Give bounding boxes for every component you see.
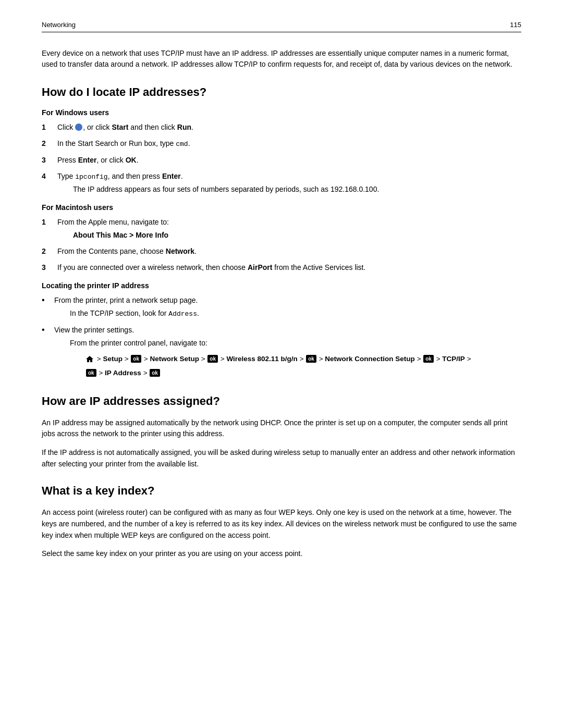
intro-paragraph: Every device on a network that uses TCP/… <box>42 48 521 70</box>
step-4-subtext: The IP address appears as four sets of n… <box>73 184 521 195</box>
mac-step-num-3: 3 <box>42 262 54 273</box>
page: Networking 115 Every device on a network… <box>0 0 563 606</box>
windows-subheading: For Windows users <box>42 108 521 117</box>
printer-bullet-2-content: View the printer settings. From the prin… <box>54 325 521 380</box>
nav-setup: Setup <box>103 355 123 363</box>
about-this-mac-bold: About This Mac > More Info <box>73 231 168 239</box>
nav-separator-4: > <box>201 355 207 363</box>
windows-step-2: 2 In the Start Search or Run box, type c… <box>42 138 521 150</box>
nav-separator-10: > <box>467 355 471 363</box>
mac-nav-path: About This Mac > More Info <box>73 230 521 241</box>
nav-network-setup: Network Setup <box>150 355 199 363</box>
nav-separator-6: > <box>300 355 306 363</box>
page-header: Networking 115 <box>42 21 521 32</box>
address-code: Address <box>168 310 197 318</box>
mac-step-3: 3 If you are connected over a wireless n… <box>42 262 521 273</box>
nav-separator-3: > <box>144 355 150 363</box>
section1-heading: How do I locate IP addresses? <box>42 85 521 99</box>
windows-step-4-content: Type ipconfig, and then press Enter. The… <box>57 171 521 195</box>
nav-separator-5: > <box>221 355 227 363</box>
windows-step-1: 1 Click , or click Start and then click … <box>42 122 521 133</box>
ok-badge-4: ok <box>423 355 434 363</box>
printer-bullets-list: • From the printer, print a network setu… <box>42 295 521 380</box>
header-page-number: 115 <box>510 21 521 29</box>
printer-ip-subsection: Locating the printer IP address • From t… <box>42 281 521 380</box>
ok-badge-6: ok <box>150 369 160 377</box>
mac-step-1-content: From the Apple menu, navigate to: About … <box>57 217 521 241</box>
bullet-icon-2: • <box>42 325 52 336</box>
nav-separator-8: > <box>417 355 423 363</box>
windows-step-2-content: In the Start Search or Run box, type cmd… <box>57 138 521 150</box>
printer-bullet-1-sub: In the TCP/IP section, look for Address. <box>70 308 521 319</box>
section2-para-2: If the IP address is not automatically a… <box>42 447 521 470</box>
printer-bullet-2-sub: From the printer control panel, navigate… <box>70 338 521 380</box>
bullet-icon-1: • <box>42 295 52 306</box>
section-locate-ip: How do I locate IP addresses? For Window… <box>42 85 521 380</box>
step-num-1: 1 <box>42 122 54 133</box>
windows-orb-icon <box>75 124 82 131</box>
printer-ip-subheading: Locating the printer IP address <box>42 281 521 290</box>
network-bold: Network <box>166 247 194 255</box>
mac-steps-list: 1 From the Apple menu, navigate to: Abou… <box>42 217 521 273</box>
ok-badge-2: ok <box>207 355 218 363</box>
mac-step-num-2: 2 <box>42 246 54 257</box>
mac-step-num-1: 1 <box>42 217 54 228</box>
section2-heading: How are IP addresses assigned? <box>42 394 521 408</box>
ok-badge-3: ok <box>306 355 316 363</box>
nav-separator-1: > <box>97 355 103 363</box>
printer-bullet-1-content: From the printer, print a network setup … <box>54 295 521 319</box>
nav-tcpip: TCP/IP <box>442 355 465 363</box>
airport-bold: AirPort <box>248 263 272 272</box>
windows-step-4: 4 Type ipconfig, and then press Enter. T… <box>42 171 521 195</box>
printer-bullet-2: • View the printer settings. From the pr… <box>42 325 521 380</box>
section-key-index: What is a key index? An access point (wi… <box>42 484 521 560</box>
nav-separator-12: > <box>143 369 150 377</box>
nav-wireless: Wireless 802.11 b/g/n <box>226 355 297 363</box>
home-icon <box>85 355 94 363</box>
section3-heading: What is a key index? <box>42 484 521 498</box>
section-ip-assigned: How are IP addresses assigned? An IP add… <box>42 394 521 470</box>
header-title: Networking <box>42 21 76 29</box>
mac-subsection: For Macintosh users 1 From the Apple men… <box>42 203 521 273</box>
nav-separator-7: > <box>319 355 325 363</box>
ok-badge-1: ok <box>131 355 141 363</box>
step-num-4: 4 <box>42 171 54 182</box>
run-bold: Run <box>177 123 191 131</box>
section3-para-2: Select the same key index on your printe… <box>42 548 521 560</box>
cmd-code: cmd <box>176 140 188 148</box>
step-num-2: 2 <box>42 138 54 149</box>
step-num-3: 3 <box>42 155 54 166</box>
section3-para-1: An access point (wireless router) can be… <box>42 507 521 541</box>
start-bold: Start <box>112 123 128 131</box>
windows-steps-list: 1 Click , or click Start and then click … <box>42 122 521 195</box>
section2-para-1: An IP address may be assigned automatica… <box>42 417 521 440</box>
ok-badge-5: ok <box>86 369 96 377</box>
windows-step-1-content: Click , or click Start and then click Ru… <box>57 122 521 133</box>
ipconfig-code: ipconfig <box>75 173 107 181</box>
printer-bullet-1: • From the printer, print a network setu… <box>42 295 521 319</box>
mac-step-2: 2 From the Contents pane, choose Network… <box>42 246 521 257</box>
nav-separator-2: > <box>125 355 131 363</box>
nav-separator-11: > <box>99 369 105 377</box>
mac-step-1: 1 From the Apple menu, navigate to: Abou… <box>42 217 521 241</box>
enter-bold-1: Enter <box>78 156 97 164</box>
nav-connection-setup: Network Connection Setup <box>325 355 415 363</box>
enter-bold-2: Enter <box>162 172 181 180</box>
windows-subsection: For Windows users 1 Click , or click Sta… <box>42 108 521 195</box>
windows-step-3-content: Press Enter, or click OK. <box>57 155 521 166</box>
mac-subheading: For Macintosh users <box>42 203 521 212</box>
nav-separator-9: > <box>436 355 443 363</box>
windows-step-3: 3 Press Enter, or click OK. <box>42 155 521 166</box>
mac-step-2-content: From the Contents pane, choose Network. <box>57 246 521 257</box>
mac-step-3-content: If you are connected over a wireless net… <box>57 262 521 273</box>
nav-ip-address: IP Address <box>105 369 141 377</box>
ok-bold: OK <box>126 156 137 164</box>
nav-path-block: > Setup > ok > Network Setup > ok > Wire… <box>85 352 521 380</box>
